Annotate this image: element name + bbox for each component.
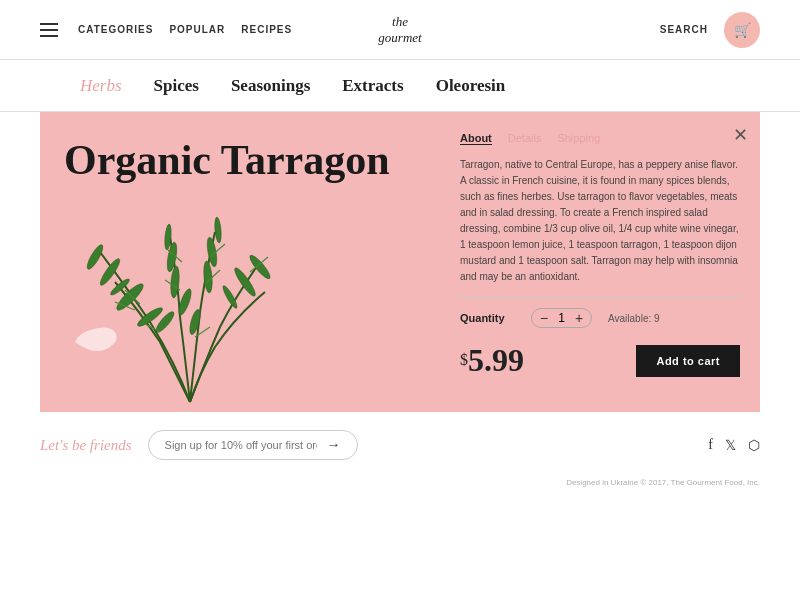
quantity-label: Quantity (460, 312, 515, 324)
svg-point-15 (188, 308, 202, 335)
qty-decrease[interactable]: − (540, 311, 548, 325)
email-input[interactable] (165, 439, 317, 451)
nav-links: CATEGORIES POPULAR RECIPES (78, 24, 292, 35)
qty-increase[interactable]: + (575, 311, 583, 325)
facebook-icon[interactable]: f (708, 437, 713, 453)
available-label: Available: 9 (608, 313, 660, 324)
search-label[interactable]: SEARCH (660, 24, 708, 35)
cat-oleoresin[interactable]: Oleoresin (436, 76, 506, 96)
svg-point-2 (85, 243, 106, 271)
footer-copyright: Designed in Ukraine © 2017, The Gourment… (0, 478, 800, 495)
footer-area: Let's be friends → f 𝕏 ⬡ (0, 412, 800, 478)
category-nav: Herbs Spices Seasonings Extracts Oleores… (0, 60, 800, 112)
close-button[interactable]: ✕ (733, 124, 748, 146)
email-input-wrapper[interactable]: → (148, 430, 358, 460)
price-row: $5.99 Add to cart (460, 342, 740, 379)
arrow-icon: → (327, 437, 341, 453)
product-description: Tarragon, native to Central Europe, has … (460, 157, 740, 285)
detail-tabs: About Details Shipping (460, 132, 740, 145)
price-dollar: $ (460, 351, 468, 368)
logo: the gourmet (378, 14, 421, 45)
cat-herbs[interactable]: Herbs (80, 76, 122, 96)
hamburger-icon[interactable] (40, 23, 58, 37)
nav-popular[interactable]: POPULAR (169, 24, 225, 35)
cart-button[interactable]: 🛒 (724, 12, 760, 48)
cat-extracts[interactable]: Extracts (342, 76, 403, 96)
tab-details[interactable]: Details (508, 132, 542, 145)
instagram-icon[interactable]: ⬡ (748, 437, 760, 454)
price-display: $5.99 (460, 342, 524, 379)
friends-section: Let's be friends → (40, 430, 358, 460)
product-area: Organic Tarragon (40, 112, 760, 412)
cat-seasonings[interactable]: Seasonings (231, 76, 310, 96)
tab-shipping[interactable]: Shipping (557, 132, 600, 145)
svg-point-11 (247, 253, 272, 281)
quantity-row: Quantity − 1 + Available: 9 (460, 308, 740, 328)
qty-value: 1 (558, 311, 565, 325)
header: CATEGORIES POPULAR RECIPES the gourmet S… (0, 0, 800, 60)
svg-point-9 (214, 217, 222, 243)
header-left: CATEGORIES POPULAR RECIPES (40, 23, 292, 37)
add-to-cart-button[interactable]: Add to cart (636, 345, 740, 377)
quantity-control: − 1 + (531, 308, 592, 328)
herb-image (40, 162, 360, 412)
svg-point-1 (98, 257, 123, 288)
nav-categories[interactable]: CATEGORIES (78, 24, 153, 35)
social-icons: f 𝕏 ⬡ (708, 437, 760, 454)
cat-spices[interactable]: Spices (154, 76, 199, 96)
header-right: SEARCH 🛒 (660, 12, 760, 48)
nav-recipes[interactable]: RECIPES (241, 24, 292, 35)
product-detail-panel: ✕ About Details Shipping Tarragon, nativ… (450, 112, 760, 412)
price-amount: 5.99 (468, 342, 524, 378)
divider (460, 297, 740, 298)
tab-about[interactable]: About (460, 132, 492, 145)
friends-label: Let's be friends (40, 437, 132, 454)
twitter-icon[interactable]: 𝕏 (725, 437, 736, 454)
